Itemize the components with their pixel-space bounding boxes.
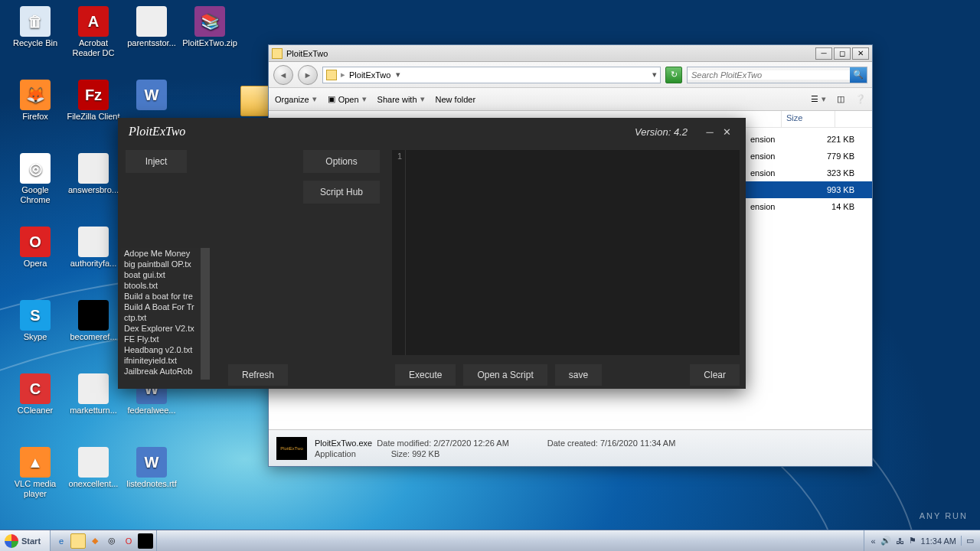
scrollbar-thumb[interactable] <box>201 306 210 337</box>
desktop-icon[interactable]: answersbro... <box>64 153 122 195</box>
desktop-icon[interactable]: authorityfa... <box>64 227 122 269</box>
desktop-icon[interactable]: ▲VLC media player <box>6 447 64 499</box>
app-icon: Fz <box>78 80 109 110</box>
opera-icon[interactable]: O <box>121 533 136 549</box>
scroll-down-button[interactable]: ▼ <box>201 370 210 380</box>
desktop-icon[interactable]: W <box>122 80 181 112</box>
desktop-icon[interactable]: parentsstor... <box>122 6 181 48</box>
icon-label: Recycle Bin <box>6 38 64 48</box>
app-icon: ◎ <box>20 153 51 184</box>
script-list-item[interactable]: Build A Boat For Tr <box>121 302 201 312</box>
script-list-item[interactable]: FE Fly.txt <box>121 334 201 344</box>
close-button[interactable]: ✕ <box>718 124 735 139</box>
open-button[interactable]: ▣ Open ▾ <box>328 94 367 104</box>
search-input[interactable] <box>688 70 850 80</box>
icon-label: PloitExTwo.zip <box>181 38 239 48</box>
tray-expand-icon[interactable]: « <box>871 536 875 546</box>
help-button[interactable]: ❔ <box>855 94 866 104</box>
inject-button[interactable]: Inject <box>126 150 187 173</box>
organize-menu[interactable]: Organize ▾ <box>275 94 317 104</box>
clock[interactable]: 11:34 AM <box>921 536 956 546</box>
chrome-icon[interactable]: ◎ <box>104 533 119 549</box>
volume-icon[interactable]: 🔊 <box>880 536 891 546</box>
show-desktop-button[interactable]: ▭ <box>961 536 974 546</box>
view-menu[interactable]: ☰ ▾ <box>811 94 826 104</box>
ie-icon[interactable]: e <box>54 533 69 549</box>
window-title: PloitExTwo <box>286 49 815 58</box>
close-button[interactable]: ✕ <box>852 47 869 60</box>
scroll-up-button[interactable]: ▲ <box>201 248 210 257</box>
desktop-icon[interactable]: ◎Google Chrome <box>6 153 64 205</box>
icon-label: federalwee... <box>122 406 181 416</box>
script-list-item[interactable]: boat gui.txt <box>121 269 201 280</box>
ploit-titlebar[interactable]: PloitExTwo Version: 4.2 ─ ✕ <box>118 118 746 145</box>
minimize-button[interactable]: ─ <box>815 47 832 60</box>
open-script-button[interactable]: Open a Script <box>463 364 547 386</box>
taskbar: Start e ◆ ◎ O « 🔊 🖧 ⚑ 11:34 AM ▭ <box>0 530 980 551</box>
winamp-icon[interactable]: ◆ <box>87 533 103 549</box>
app-icon: W <box>136 80 167 110</box>
app-icon: W <box>136 447 167 478</box>
script-list-item[interactable]: Headbang v2.0.txt <box>121 344 201 355</box>
execute-button[interactable]: Execute <box>395 364 456 386</box>
start-button[interactable]: Start <box>0 530 51 552</box>
newfolder-button[interactable]: New folder <box>436 95 476 104</box>
search-box[interactable]: 🔍 <box>687 67 867 83</box>
minimize-button[interactable]: ─ <box>701 124 718 139</box>
refresh-button[interactable]: Refresh <box>228 364 288 386</box>
desktop-icon[interactable]: Wlistednotes.rtf <box>122 447 181 489</box>
script-editor[interactable]: 1 <box>392 150 740 355</box>
explorer-titlebar[interactable]: PloitExTwo ─ ◻ ✕ <box>269 45 872 62</box>
column-size[interactable]: Size <box>782 111 835 127</box>
desktop-icon[interactable]: SSkype <box>6 300 64 342</box>
script-list-item[interactable]: big paintball OP.tx <box>121 259 201 269</box>
script-list-item[interactable]: Build a boat for tre <box>121 291 201 302</box>
nav-back-button[interactable]: ◄ <box>273 65 293 85</box>
desktop-icon[interactable]: 🗑Recycle Bin <box>6 6 64 48</box>
network-icon[interactable]: 🖧 <box>896 536 904 546</box>
desktop-icon[interactable]: OOpera <box>6 227 64 269</box>
options-button[interactable]: Options <box>303 150 380 173</box>
script-list-item[interactable]: btools.txt <box>121 280 201 291</box>
desktop-icon[interactable]: 📚PloitExTwo.zip <box>181 6 239 48</box>
folder-icon <box>272 48 283 59</box>
search-icon[interactable]: 🔍 <box>850 67 867 83</box>
script-list-item[interactable]: Jailbreak AutoRob <box>121 366 201 377</box>
nav-forward-button[interactable]: ► <box>298 65 318 85</box>
windows-logo-icon <box>5 534 18 548</box>
refresh-button[interactable]: ↻ <box>665 67 682 83</box>
icon-label: marketturn... <box>64 406 122 416</box>
desktop-icon[interactable]: FzFileZilla Client <box>64 80 122 122</box>
script-list[interactable]: ▲ ▼ Adope Me Moneybig paintball OP.txboa… <box>121 248 210 380</box>
file-thumbnail: PloitExTwo <box>276 437 307 460</box>
details-pane: PloitExTwo PloitExTwo.exe Date modified:… <box>269 429 872 466</box>
scripthub-button[interactable]: Script Hub <box>303 181 380 204</box>
clear-button[interactable]: Clear <box>690 364 740 386</box>
script-list-item[interactable]: Adope Me Money <box>121 248 201 259</box>
save-button[interactable]: save <box>555 364 602 386</box>
desktop-icon[interactable]: onexcellent... <box>64 447 122 489</box>
script-list-item[interactable]: Dex Explorer V2.tx <box>121 323 201 334</box>
flag-icon[interactable]: ⚑ <box>909 536 916 546</box>
app-icon: 🦊 <box>20 80 51 110</box>
ploitextwo-window: PloitExTwo Version: 4.2 ─ ✕ Inject Optio… <box>118 118 746 389</box>
ploit-taskbar-icon[interactable] <box>138 533 153 549</box>
explorer-icon[interactable] <box>70 533 86 549</box>
desktop-icon[interactable]: marketturn... <box>64 373 122 416</box>
share-menu[interactable]: Share with ▾ <box>377 94 425 104</box>
icon-label: FileZilla Client <box>64 112 122 122</box>
app-icon <box>78 447 109 478</box>
desktop-icon[interactable]: 🦊Firefox <box>6 80 64 122</box>
script-list-item[interactable]: ifniniteyield.txt <box>121 355 201 366</box>
script-list-item[interactable]: ctp.txt <box>121 312 201 323</box>
icon-label: listednotes.rtf <box>122 479 181 489</box>
breadcrumb[interactable]: PloitExTwo <box>349 70 390 80</box>
address-bar[interactable]: ▸ PloitExTwo ▾ ▾ <box>322 67 661 83</box>
icon-label: Acrobat Reader DC <box>64 38 122 58</box>
desktop-icon[interactable]: CCCleaner <box>6 373 64 416</box>
desktop-icon[interactable]: AAcrobat Reader DC <box>64 6 122 58</box>
desktop-icon[interactable]: becomeref... <box>64 300 122 342</box>
maximize-button[interactable]: ◻ <box>834 47 851 60</box>
preview-pane-button[interactable]: ◫ <box>837 94 844 104</box>
app-icon: C <box>20 373 51 404</box>
